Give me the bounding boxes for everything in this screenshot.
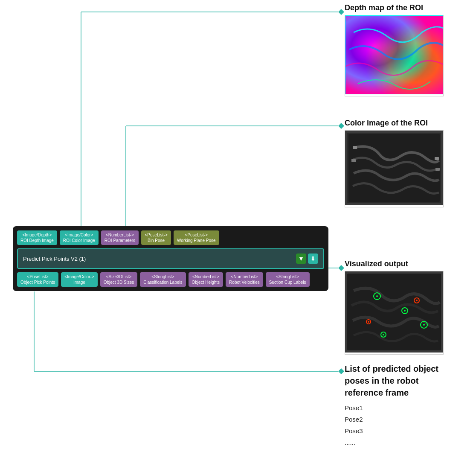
output-type-velocities: <NumberList> bbox=[229, 274, 260, 280]
visualized-output-annotation: Visualized output bbox=[345, 259, 444, 355]
output-label-pick-points: Object Pick Points bbox=[20, 280, 55, 285]
pose-list-items: Pose1 Pose2 Pose3 ...... bbox=[345, 402, 438, 448]
download-icon: ⬇ bbox=[311, 255, 316, 262]
node-inputs: <Image/Depth> ROI Depth Image <Image/Col… bbox=[17, 230, 324, 245]
input-type-depth: <Image/Depth> bbox=[20, 232, 54, 238]
output-label-velocities: Robot Velocities bbox=[229, 280, 260, 285]
visualized-output-title: Visualized output bbox=[345, 259, 444, 268]
output-port-class-labels[interactable]: <StringList> Classification Labels bbox=[140, 272, 186, 287]
download-button[interactable]: ⬇ bbox=[308, 253, 318, 264]
output-type-suction-labels: <StringList> bbox=[269, 274, 306, 280]
input-label-bin-pose: Bin Pose bbox=[145, 238, 168, 243]
svg-marker-8 bbox=[338, 123, 344, 129]
output-label-3d-sizes: Object 3D Sizes bbox=[104, 280, 134, 285]
color-image-title: Color image of the ROI bbox=[345, 119, 444, 128]
output-port-suction-labels[interactable]: <StringList> Suction Cup Labels bbox=[266, 272, 310, 287]
down-arrow-button[interactable]: ▼ bbox=[296, 253, 306, 264]
color-image-svg bbox=[345, 131, 443, 205]
svg-point-29 bbox=[376, 295, 378, 297]
down-arrow-icon: ▼ bbox=[298, 255, 304, 262]
svg-marker-9 bbox=[338, 265, 344, 271]
svg-point-34 bbox=[368, 321, 369, 323]
input-type-number-list: <NumberList-> bbox=[104, 232, 135, 238]
depth-map-annotation: Depth map of the ROI bbox=[345, 3, 444, 96]
input-type-working-plane: <PoseList-> bbox=[177, 232, 215, 238]
input-port-color[interactable]: <Image/Color> ROI Color Image bbox=[60, 230, 99, 245]
svg-point-30 bbox=[404, 310, 406, 312]
svg-rect-19 bbox=[351, 159, 356, 162]
input-label-working-plane: Working Plane Pose bbox=[177, 238, 215, 243]
node-block: <Image/Depth> ROI Depth Image <Image/Col… bbox=[13, 226, 328, 291]
depth-map-title: Depth map of the ROI bbox=[345, 3, 444, 12]
output-label-class-labels: Classification Labels bbox=[143, 280, 182, 285]
svg-rect-17 bbox=[353, 146, 357, 149]
visualized-output-img bbox=[345, 271, 444, 355]
svg-point-31 bbox=[423, 324, 425, 326]
svg-point-33 bbox=[416, 300, 418, 301]
input-port-bin-pose[interactable]: <PoseList-> Bin Pose bbox=[141, 230, 171, 245]
output-port-3d-sizes[interactable]: <Size3DList> Object 3D Sizes bbox=[100, 272, 138, 287]
input-port-depth[interactable]: <Image/Depth> ROI Depth Image bbox=[17, 230, 57, 245]
input-type-bin-pose: <PoseList-> bbox=[145, 232, 168, 238]
pose-list-title: List of predicted objectposes in the rob… bbox=[345, 363, 438, 399]
output-type-pick-points: <PoseList> bbox=[20, 274, 55, 280]
pose-item-1: Pose1 bbox=[345, 402, 438, 414]
svg-marker-10 bbox=[338, 368, 344, 374]
node-title: Predict Pick Points V2 (1) bbox=[23, 256, 86, 262]
output-label-image: Image bbox=[64, 280, 94, 285]
input-label-number-list: ROI Parameters bbox=[104, 238, 135, 243]
svg-marker-7 bbox=[338, 9, 344, 15]
node-icons: ▼ ⬇ bbox=[296, 253, 318, 264]
pose-item-2: Pose2 bbox=[345, 414, 438, 425]
pose-item-ellipsis: ...... bbox=[345, 437, 438, 448]
input-label-depth: ROI Depth Image bbox=[20, 238, 54, 243]
node-body: Predict Pick Points V2 (1) ▼ ⬇ bbox=[17, 248, 324, 269]
output-label-suction-labels: Suction Cup Labels bbox=[269, 280, 306, 285]
node-outputs: <PoseList> Object Pick Points <Image/Col… bbox=[17, 272, 324, 287]
input-port-working-plane[interactable]: <PoseList-> Working Plane Pose bbox=[174, 230, 219, 245]
color-image-img bbox=[345, 130, 444, 207]
output-port-velocities[interactable]: <NumberList> Robot Velocities bbox=[226, 272, 263, 287]
output-label-heights: Object Heights bbox=[192, 280, 220, 285]
output-type-heights: <NumberList> bbox=[192, 274, 220, 280]
output-port-image[interactable]: <Image/Color-> Image bbox=[61, 272, 97, 287]
depth-map-svg bbox=[345, 15, 443, 94]
output-type-3d-sizes: <Size3DList> bbox=[104, 274, 134, 280]
input-type-color: <Image/Color> bbox=[63, 232, 95, 238]
svg-rect-20 bbox=[435, 168, 440, 171]
svg-rect-18 bbox=[435, 157, 439, 160]
pose-item-3: Pose3 bbox=[345, 425, 438, 437]
output-port-pick-points[interactable]: <PoseList> Object Pick Points bbox=[17, 272, 58, 287]
input-port-number-list[interactable]: <NumberList-> ROI Parameters bbox=[101, 230, 139, 245]
svg-point-32 bbox=[383, 334, 384, 335]
input-label-color: ROI Color Image bbox=[63, 238, 95, 243]
viz-output-svg bbox=[345, 271, 443, 353]
pose-list-annotation: List of predicted objectposes in the rob… bbox=[345, 363, 438, 448]
color-image-annotation: Color image of the ROI bbox=[345, 119, 444, 207]
output-type-class-labels: <StringList> bbox=[143, 274, 182, 280]
depth-map-image bbox=[345, 15, 444, 96]
output-port-heights[interactable]: <NumberList> Object Heights bbox=[189, 272, 223, 287]
output-type-image: <Image/Color-> bbox=[64, 274, 94, 280]
